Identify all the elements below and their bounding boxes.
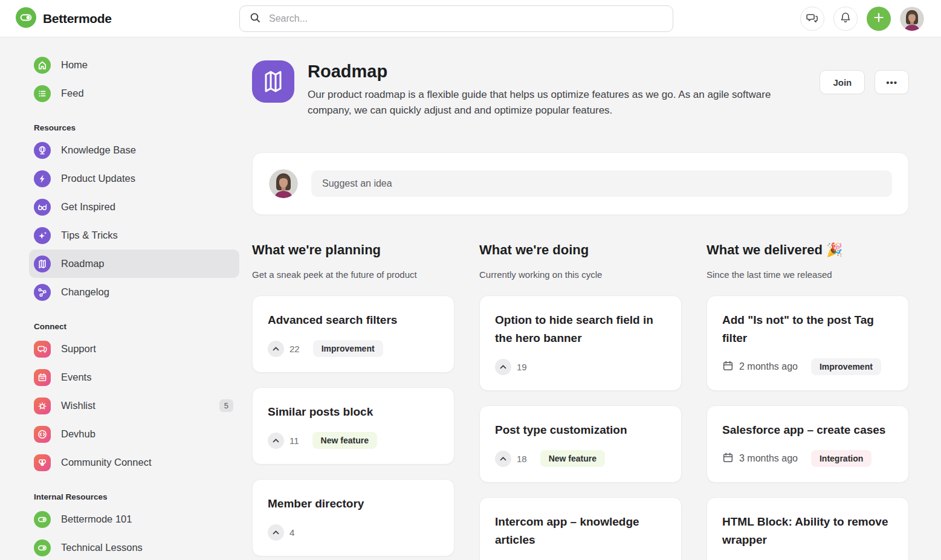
idea-icon: [34, 397, 51, 414]
home-icon: [34, 57, 51, 74]
page-description: Our product roadmap is a flexible guide …: [308, 87, 791, 118]
sidebar-item-label: Changelog: [61, 286, 109, 298]
page-header: Roadmap Our product roadmap is a flexibl…: [252, 60, 909, 118]
roadmap-card[interactable]: Similar posts block 11 New feature: [252, 387, 454, 465]
sidebar-item-tips-tricks[interactable]: Tips & Tricks: [29, 221, 239, 249]
join-button[interactable]: Join: [820, 70, 865, 94]
roadmap-card[interactable]: Advanced search filters 22 Improvement: [252, 295, 454, 373]
roadmap-card[interactable]: Salesforce app – create cases 3 months a…: [707, 405, 909, 483]
sidebar-section-internal-resources: Internal Resources: [34, 492, 239, 501]
suggest-idea-input[interactable]: Suggest an idea: [311, 170, 892, 197]
sidebar-item-feed[interactable]: Feed: [29, 79, 239, 108]
sidebar-item-support[interactable]: Support: [29, 335, 239, 363]
sidebar-item-label: Devhub: [61, 428, 95, 440]
lightning-icon: [34, 170, 51, 187]
card-meta: 22 Improvement: [268, 340, 439, 357]
plus-icon: [872, 11, 885, 26]
card-list: Add "Is not" to the post Tag filter 2 mo…: [707, 295, 909, 560]
sidebar-item-knowledge-base[interactable]: Knowledge Base: [29, 136, 239, 164]
messages-button[interactable]: [800, 7, 824, 31]
card-meta: 18 New feature: [495, 450, 666, 467]
card-title: Member directory: [268, 495, 439, 513]
nodes-icon: [34, 284, 51, 301]
sidebar-item-changelog[interactable]: Changelog: [29, 278, 239, 306]
calendar-icon: [722, 452, 734, 466]
upvote-button[interactable]: [495, 359, 511, 375]
user-avatar[interactable]: [269, 169, 298, 198]
date-text: 2 months ago: [739, 361, 798, 372]
column-subtitle: Since the last time we released: [707, 269, 909, 281]
code-icon: [34, 426, 51, 443]
roadmap-columns: What we're planning Get a sneak peek at …: [252, 241, 909, 560]
page-title: Roadmap: [308, 60, 820, 82]
card-list: Option to hide search field in the hero …: [479, 295, 682, 560]
search-input[interactable]: [268, 13, 664, 25]
card-meta: 2 months ago Improvement: [722, 358, 893, 375]
bettermode-logo-icon: [16, 7, 36, 30]
card-title: HTML Block: Ability to remove wrapper: [722, 513, 893, 549]
sidebar-item-wishlist[interactable]: Wishlist 5: [29, 391, 239, 420]
brand-logo[interactable]: Bettermode: [0, 7, 239, 30]
roadmap-card[interactable]: Add "Is not" to the post Tag filter 2 mo…: [707, 295, 909, 391]
tag-badge: Improvement: [313, 340, 383, 357]
sidebar-item-technical-lessons[interactable]: Technical Lessons: [29, 533, 239, 560]
more-options-button[interactable]: •••: [875, 70, 909, 94]
sidebar-item-devhub[interactable]: Devhub: [29, 420, 239, 448]
sidebar-item-label: Support: [61, 343, 96, 355]
brand-name: Bettermode: [43, 11, 112, 26]
roadmap-space-icon: [252, 60, 294, 103]
page-head-text: Roadmap Our product roadmap is a flexibl…: [308, 60, 820, 118]
calendar-icon: [722, 360, 734, 374]
user-avatar[interactable]: [900, 7, 924, 31]
roadmap-card[interactable]: HTML Block: Ability to remove wrapper 3 …: [707, 497, 909, 560]
sidebar-item-get-inspired[interactable]: Get Inspired: [29, 193, 239, 221]
vote-count: 4: [289, 527, 294, 538]
roadmap-card[interactable]: Post type customization 18 New feature: [479, 405, 682, 483]
sidebar-item-label: Events: [61, 372, 91, 383]
card-title: Add "Is not" to the post Tag filter: [722, 311, 893, 347]
globe-icon: [34, 142, 51, 159]
sidebar-item-label: Bettermode 101: [61, 513, 132, 525]
column-subtitle: Get a sneak peek at the future of produc…: [252, 269, 454, 281]
card-meta: 19: [495, 358, 666, 375]
sidebar-item-product-updates[interactable]: Product Updates: [29, 164, 239, 193]
sidebar-item-label: Community Connect: [61, 457, 151, 468]
upvote-button[interactable]: [268, 433, 284, 449]
wishlist-count-badge: 5: [219, 399, 233, 412]
column-title: What we're planning: [252, 241, 454, 259]
create-post-button[interactable]: [867, 7, 891, 31]
column-doing: What we're doing Currently working on th…: [479, 241, 682, 560]
card-meta: 11 New feature: [268, 432, 439, 449]
sidebar-item-label: Get Inspired: [61, 201, 115, 213]
roadmap-card[interactable]: Intercom app – knowledge articles: [479, 497, 682, 560]
tag-badge: Integration: [811, 450, 871, 467]
card-title: Salesforce app – create cases: [722, 421, 893, 439]
card-title: Option to hide search field in the hero …: [495, 311, 666, 347]
sidebar-section-connect: Connect: [34, 322, 239, 331]
upvote-button[interactable]: [268, 524, 284, 541]
card-title: Post type customization: [495, 421, 666, 439]
sidebar-item-roadmap[interactable]: Roadmap: [29, 249, 239, 278]
upvote-button[interactable]: [495, 451, 511, 467]
topbar: Bettermode: [0, 0, 941, 37]
sidebar-item-events[interactable]: Events: [29, 363, 239, 391]
sidebar-item-bettermode-101[interactable]: Bettermode 101: [29, 505, 239, 533]
delivered-date: 2 months ago: [722, 360, 798, 374]
roadmap-card[interactable]: Option to hide search field in the hero …: [479, 295, 682, 391]
chat-icon: [34, 341, 51, 358]
card-list: Advanced search filters 22 Improvement S…: [252, 295, 454, 556]
upvote-button[interactable]: [268, 341, 284, 357]
sidebar-item-community-connect[interactable]: Community Connect: [29, 448, 239, 477]
notifications-button[interactable]: [833, 7, 858, 31]
column-title: What we delivered 🎉: [707, 241, 909, 259]
column-planning: What we're planning Get a sneak peek at …: [252, 241, 454, 560]
search-bar: [239, 5, 673, 32]
sidebar-item-home[interactable]: Home: [29, 51, 239, 79]
roadmap-card[interactable]: Member directory 4: [252, 479, 454, 556]
tag-badge: New feature: [312, 432, 377, 449]
column-delivered: What we delivered 🎉 Since the last time …: [707, 241, 909, 560]
column-title: What we're doing: [479, 241, 682, 259]
date-text: 3 months ago: [739, 453, 798, 464]
page-actions: Join •••: [820, 70, 909, 94]
map-icon: [34, 256, 51, 272]
